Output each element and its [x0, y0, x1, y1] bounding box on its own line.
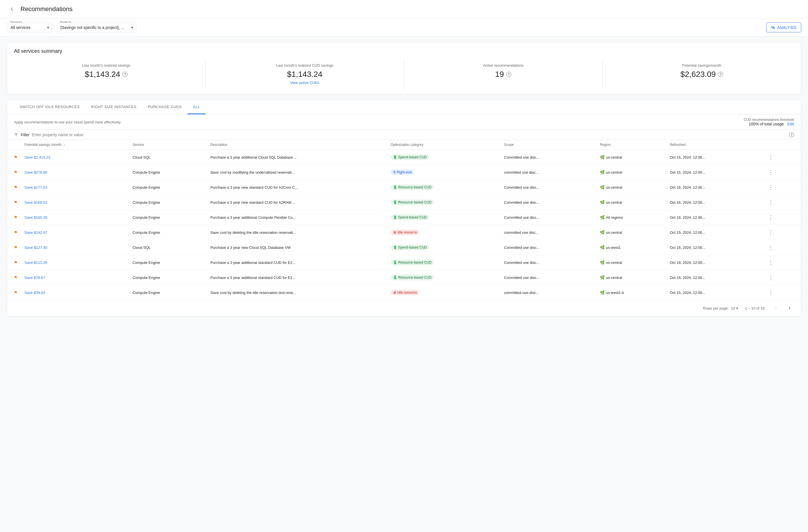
col-savings[interactable]: Potential savings /month ↓: [21, 140, 129, 150]
row-category: 🖥 Idle resource: [387, 225, 501, 240]
row-more-button[interactable]: ⋮: [766, 243, 776, 252]
col-actions: [762, 140, 801, 150]
projects-select[interactable]: [Savings not specific to a project], ...…: [57, 23, 136, 32]
row-description: Purchase a 3 year new standard CUD for A…: [207, 180, 387, 195]
savings-link[interactable]: Save $112.29: [24, 261, 47, 265]
table-row: ⚑ Save $39.83 Compute Engine Save cost b…: [7, 285, 801, 300]
row-refreshed: Oct 16, 2024, 12:00...: [666, 150, 762, 165]
row-savings: Save $142.47: [21, 225, 129, 240]
row-flag: ⚑: [7, 150, 21, 165]
view-active-cuds-link[interactable]: View active CUDs: [213, 80, 397, 85]
col-category[interactable]: Optimization category: [387, 140, 501, 150]
savings-link[interactable]: Save $142.47: [24, 230, 47, 235]
row-scope: Committed use disc...: [500, 195, 596, 210]
rows-per-page: Rows per page: 10 ▾: [703, 306, 738, 310]
projects-filter[interactable]: Projects [Savings not specific to a proj…: [57, 23, 136, 32]
row-refreshed: Oct 15, 2024, 12:00...: [666, 165, 762, 180]
row-scope: Committed use disc...: [500, 150, 596, 165]
summary-section: All services summary Last month's realiz…: [7, 42, 801, 94]
next-page-button[interactable]: [785, 304, 794, 313]
table-row: ⚑ Save $168.53 Compute Engine Purchase a…: [7, 195, 801, 210]
col-refreshed[interactable]: Refreshed: [666, 140, 762, 150]
row-more-button[interactable]: ⋮: [766, 198, 776, 207]
cud-threshold: CUD recommendations threshold 100% of to…: [744, 118, 794, 126]
top-bar: Recommendations: [0, 0, 808, 18]
tab-rightsize[interactable]: RIGHT SIZE INSTANCES: [86, 100, 142, 114]
potential-savings-help-icon[interactable]: ?: [718, 72, 723, 77]
row-refreshed: Oct 16, 2024, 12:00...: [666, 270, 762, 285]
row-more-button[interactable]: ⋮: [766, 153, 776, 162]
row-savings: Save $168.53: [21, 195, 129, 210]
savings-link[interactable]: Save $1,415.23: [24, 155, 50, 159]
pagination: [771, 304, 794, 313]
row-scope: committed use disc...: [500, 225, 596, 240]
row-actions: ⋮: [762, 180, 801, 195]
row-more-button[interactable]: ⋮: [766, 228, 776, 237]
services-filter[interactable]: Services All services ▾: [7, 23, 52, 32]
region-leaf-icon: 🌿: [600, 155, 605, 159]
row-more-button[interactable]: ⋮: [766, 258, 776, 267]
row-region: 🌿 us-central: [596, 150, 666, 165]
savings-link[interactable]: Save $127.30: [24, 245, 47, 250]
badge-icon: 💲: [393, 155, 397, 159]
row-flag: ⚑: [7, 195, 21, 210]
row-scope: Committed use disc...: [500, 270, 596, 285]
row-more-button[interactable]: ⋮: [766, 273, 776, 282]
row-actions: ⋮: [762, 240, 801, 255]
tab-all[interactable]: ALL: [187, 100, 206, 114]
summary-card-potential-savings: Potential savings/month $2,623.09 ?: [603, 59, 801, 89]
tab-purchase-cuds[interactable]: PURCHASE CUDS: [142, 100, 187, 114]
realized-savings-label: Last month's realized savings: [14, 63, 199, 68]
tabs-bar: SWITCH OFF IDLE RESOURCES RIGHT SIZE INS…: [7, 100, 801, 114]
services-select[interactable]: All services ▾: [7, 23, 52, 32]
row-more-button[interactable]: ⋮: [766, 168, 776, 177]
region-leaf-icon: 🌿: [600, 290, 605, 295]
savings-link[interactable]: Save $177.53: [24, 185, 47, 190]
row-service: Compute Engine: [129, 210, 207, 225]
flag-icon: ⚑: [14, 185, 18, 190]
rows-per-page-select[interactable]: 10 ▾: [731, 306, 738, 310]
analysis-button[interactable]: % ANALYSIS: [766, 22, 801, 32]
region-leaf-icon: 🌿: [600, 200, 605, 205]
table-row: ⚑ Save $127.30 Cloud SQL Purchase a 3 ye…: [7, 240, 801, 255]
table-row: ⚑ Save $177.53 Compute Engine Purchase a…: [7, 180, 801, 195]
row-more-button[interactable]: ⋮: [766, 183, 776, 192]
row-region: 🌿 us-west1-b: [596, 285, 666, 300]
row-service: Compute Engine: [129, 270, 207, 285]
row-more-button[interactable]: ⋮: [766, 288, 776, 297]
cud-threshold-edit-link[interactable]: Edit: [787, 122, 794, 126]
savings-link[interactable]: Save $39.83: [24, 290, 45, 295]
table-row: ⚑ Save $78.67 Compute Engine Purchase a …: [7, 270, 801, 285]
row-region: 🌿 All regions: [596, 210, 666, 225]
row-service: Cloud SQL: [129, 240, 207, 255]
row-description: Purchase a 3 year additional standard CU…: [207, 255, 387, 270]
filter-input[interactable]: [32, 133, 787, 137]
table-description: Apply recommendations to use your cloud …: [14, 120, 121, 124]
cud-threshold-label: CUD recommendations threshold: [744, 118, 794, 122]
sort-arrow-icon: ↓: [63, 143, 65, 147]
savings-link[interactable]: Save $165.39: [24, 215, 47, 220]
col-description[interactable]: Description: [207, 140, 387, 150]
row-description: Purchase a 3 year additional Cloud SQL D…: [207, 150, 387, 165]
row-savings: Save $127.30: [21, 240, 129, 255]
row-flag: ⚑: [7, 270, 21, 285]
col-service[interactable]: Service: [129, 140, 207, 150]
savings-link[interactable]: Save $278.80: [24, 170, 47, 174]
tab-switch-idle[interactable]: SWITCH OFF IDLE RESOURCES: [14, 100, 86, 114]
category-badge: 💲 Spend-based CUD: [391, 154, 429, 160]
savings-link[interactable]: Save $78.67: [24, 276, 45, 280]
row-more-button[interactable]: ⋮: [766, 213, 776, 222]
realized-savings-help-icon[interactable]: ?: [122, 72, 127, 77]
filter-help-icon[interactable]: ?: [789, 132, 794, 137]
badge-icon: ⇅: [393, 170, 396, 174]
savings-link[interactable]: Save $168.53: [24, 200, 47, 205]
active-recs-help-icon[interactable]: ?: [506, 72, 511, 77]
prev-page-button[interactable]: [771, 304, 781, 313]
col-region[interactable]: Region: [596, 140, 666, 150]
row-scope: Committed use disc...: [500, 180, 596, 195]
page-title: Recommendations: [20, 5, 72, 13]
col-scope[interactable]: Scope: [500, 140, 596, 150]
back-button[interactable]: [7, 4, 17, 14]
row-flag: ⚑: [7, 285, 21, 300]
region-leaf-icon: 🌿: [600, 260, 605, 265]
